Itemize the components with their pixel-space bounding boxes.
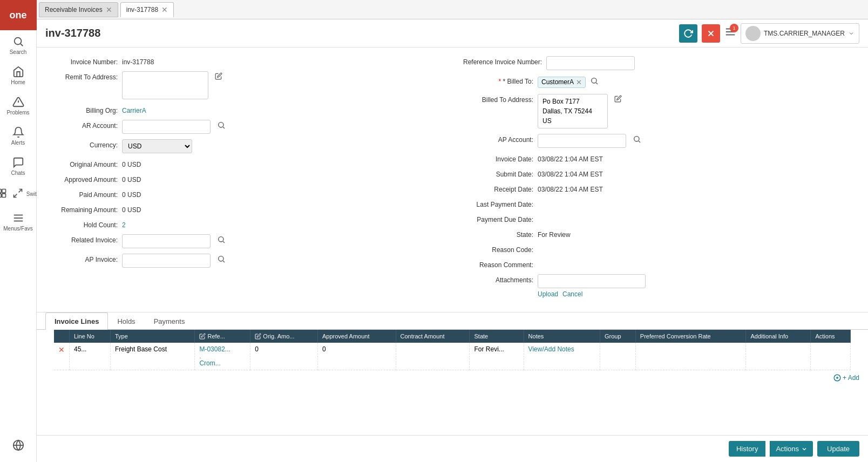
edit-icon (215, 72, 222, 80)
related-invoice-input[interactable] (122, 234, 211, 248)
payment-due-date-label: Payment Due Date: (463, 214, 533, 223)
refresh-icon (683, 29, 693, 38)
ap-invoice-input[interactable] (122, 254, 211, 268)
remaining-amount-label: Remaining Amount: (48, 204, 118, 214)
menu-icon (12, 212, 24, 224)
svg-rect-5 (2, 189, 6, 193)
row-reference-link[interactable]: M-03082... (199, 345, 230, 353)
sidebar-item-menus[interactable]: Menus/Favs (0, 207, 36, 237)
ap-invoice-label: AP Invoice: (48, 254, 118, 263)
currency-select[interactable]: USD (122, 139, 192, 153)
billed-to-search-button[interactable] (588, 76, 601, 89)
reference-invoice-number-input[interactable] (546, 56, 635, 70)
attachments-input[interactable] (538, 274, 646, 288)
remaining-amount-row: Remaining Amount: 0 USD (48, 204, 442, 214)
view-add-notes-link[interactable]: View/Add Notes (528, 345, 574, 353)
notification-button[interactable]: 1 (724, 26, 736, 40)
tab-payments[interactable]: Payments (145, 312, 194, 330)
col-header-preferred-conversion-rate: Preferred Conversion Rate (635, 330, 746, 343)
billed-to-address-edit-button[interactable] (612, 94, 624, 105)
warning-icon (12, 96, 24, 108)
ap-invoice-search-icon (217, 255, 226, 263)
table-row: ✕ 45... Freight Base Cost M-03082... (54, 343, 851, 370)
reason-code-label: Reason Code: (463, 244, 533, 254)
globe-icon (12, 439, 24, 451)
user-dropdown[interactable]: TMS.CARRIER_MANAGER (741, 23, 859, 44)
tab-receivable-invoices[interactable]: Receivable Invoices ✕ (39, 2, 118, 17)
actions-button[interactable]: Actions (770, 441, 813, 457)
ap-account-input[interactable] (538, 134, 626, 148)
attachments-row: Attachments: Upload Cancel (463, 274, 857, 298)
cancel-link[interactable]: Cancel (562, 290, 582, 298)
reason-comment-label: Reason Comment: (463, 259, 533, 269)
tab-inv-317788[interactable]: inv-317788 ✕ (120, 2, 174, 17)
switch-left-icon[interactable] (0, 186, 9, 202)
svg-line-9 (13, 194, 17, 198)
related-invoice-search-button[interactable] (215, 234, 228, 247)
page-title: inv-317788 (45, 27, 100, 39)
sidebar-item-home[interactable]: Home (0, 60, 36, 91)
chevron-down-icon (848, 30, 855, 37)
add-row-area: + Add (37, 370, 868, 385)
ar-account-input[interactable] (122, 120, 211, 134)
sidebar-item-globe[interactable] (10, 434, 27, 457)
billing-org-row: Billing Org: CarrierA (48, 105, 442, 114)
svg-line-27 (596, 83, 598, 84)
hold-count-value[interactable]: 2 (122, 219, 126, 229)
svg-rect-7 (2, 194, 6, 198)
billing-org-value[interactable]: CarrierA (122, 105, 146, 114)
sidebar-bottom (10, 434, 27, 462)
form-section: Invoice Number: inv-317788 Remit To Addr… (37, 47, 868, 312)
original-amount-label: Original Amount: (48, 159, 118, 168)
hold-count-label: Hold Count: (48, 219, 118, 229)
invoice-lines-table: Line No Type (54, 330, 851, 370)
billed-to-label: * * Billed To: (463, 76, 533, 85)
tab-invoice-lines[interactable]: Invoice Lines (45, 312, 108, 330)
inner-tabs: Invoice Lines Holds Payments (37, 312, 868, 330)
switch-right-icon[interactable] (10, 186, 25, 202)
reference-invoice-row: Reference Invoice Number: (463, 56, 857, 70)
billed-to-tag-close[interactable]: ✕ (576, 78, 582, 86)
sidebar-item-problems[interactable]: Problems (0, 91, 36, 121)
sidebar-item-search[interactable]: Search (0, 30, 36, 60)
ap-invoice-search-button[interactable] (215, 254, 228, 267)
billed-to-search-icon (590, 77, 599, 85)
tab-close-receivable[interactable]: ✕ (106, 6, 112, 13)
remit-to-address-edit-button[interactable] (213, 71, 225, 83)
billed-to-tag: CustomerA ✕ (538, 77, 586, 88)
refresh-button[interactable] (679, 24, 697, 43)
ap-account-search-button[interactable] (630, 134, 643, 147)
tab-bar: Receivable Invoices ✕ inv-317788 ✕ (37, 0, 868, 19)
state-value: For Review (538, 229, 571, 239)
svg-point-20 (219, 123, 223, 127)
svg-rect-6 (0, 194, 1, 198)
row-actions-cell (811, 343, 851, 370)
upload-link[interactable]: Upload (538, 290, 558, 298)
col-header-state: State (470, 330, 524, 343)
sidebar-item-chats[interactable]: Chats (0, 151, 36, 181)
approved-amount-value: 0 USD (122, 174, 141, 184)
col-header-type: Type (111, 330, 195, 343)
tab-holds[interactable]: Holds (108, 312, 144, 330)
svg-point-24 (219, 256, 223, 261)
sidebar-item-switch[interactable]: Switch (0, 181, 36, 207)
update-button[interactable]: Update (817, 441, 859, 457)
close-button[interactable] (702, 24, 720, 43)
col-header-group: Group (600, 330, 635, 343)
top-header: inv-317788 1 TMS.CARRIER_MANAGER (37, 19, 868, 47)
sidebar-item-alerts[interactable]: Alerts (0, 121, 36, 151)
row-reference-cell: M-03082... . Crom... (195, 343, 250, 370)
row-remove-button[interactable]: ✕ (58, 345, 65, 354)
history-button[interactable]: History (729, 441, 765, 457)
tab-close-inv[interactable]: ✕ (161, 6, 168, 13)
last-payment-date-label: Last Payment Date: (463, 199, 533, 208)
add-button[interactable]: + Add (833, 373, 859, 381)
row-group-cell (600, 343, 635, 370)
original-amount-row: Original Amount: 0 USD (48, 159, 442, 168)
row-reference-link2[interactable]: Crom... (199, 359, 220, 367)
app-logo[interactable]: one (0, 0, 37, 30)
receipt-date-row: Receipt Date: 03/08/22 1:04 AM EST (463, 184, 857, 193)
billed-to-address-edit-icon (614, 95, 622, 103)
remit-to-address-input[interactable] (122, 71, 208, 99)
ar-account-search-button[interactable] (215, 120, 228, 133)
